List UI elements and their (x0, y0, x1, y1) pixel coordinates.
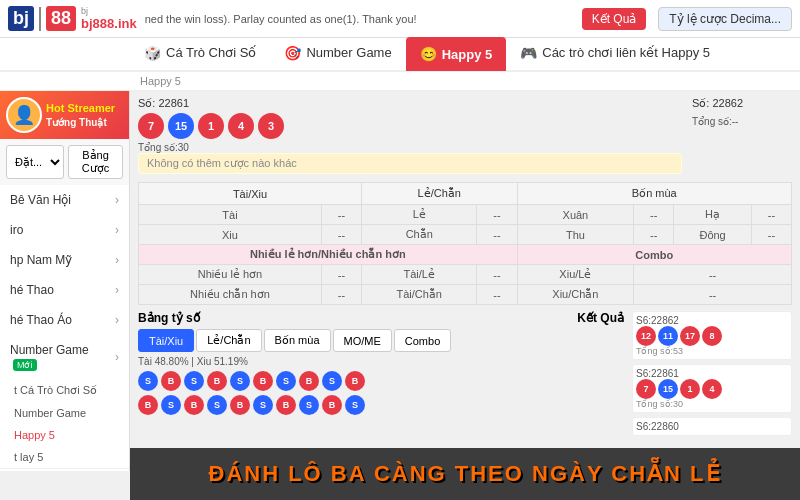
thu-value: -- (634, 225, 674, 245)
odds-button[interactable]: Tỷ lệ cược Decima... (658, 7, 792, 31)
sidebar-item-number-game[interactable]: Number Game Mới › (0, 335, 129, 379)
ball-4: 4 (228, 113, 254, 139)
combo-header: Combo (517, 245, 791, 265)
ratio-ball: B (230, 395, 250, 415)
game-total-current: Tổng số:30 (138, 142, 682, 153)
result-meta: S6:22861 7 15 1 4 Tổng số:30 (636, 368, 722, 409)
ratio-ball: S (253, 395, 273, 415)
result-ball: 1 (680, 379, 700, 399)
streamer-hot: Hot Streamer (46, 101, 115, 115)
result-title: Kết Quả (577, 311, 624, 325)
bet-dropdown[interactable]: Đặt... (6, 145, 64, 179)
ratio-title: Bảng tỷ số (138, 311, 200, 325)
ratio-ball: B (299, 371, 319, 391)
game-info-next: Số: 22862 Tổng số:-- (692, 97, 792, 127)
sidebar-item-hp-nam-my[interactable]: hp Nam Mỹ › (0, 245, 129, 275)
gamepad-icon: 🎮 (520, 45, 537, 61)
logo-divider (39, 7, 41, 31)
tab-label: Number Game (306, 45, 391, 60)
tai-chan-value: -- (477, 285, 517, 305)
notice-bar: ned the win loss). Parlay counted as one… (145, 13, 574, 25)
result-id: S6:22860 (636, 421, 679, 432)
nhieu-le-label: Nhiều lẻ hơn (139, 265, 322, 285)
bet-table: Tài/Xiu Lẻ/Chẵn Bốn mùa Tài -- Lẻ -- Xuâ… (138, 182, 792, 305)
sidebar-topbar: Đặt... Bảng Cược (0, 139, 129, 185)
ratio-tab-tai-xiu[interactable]: Tài/Xiu (138, 329, 194, 352)
result-ball: 7 (636, 379, 656, 399)
result-ball: 4 (702, 379, 722, 399)
xiu-chan-value: -- (634, 285, 792, 305)
tab-ca-tro-choi-so[interactable]: 🎲 Cá Trò Chơi Số (130, 37, 270, 71)
chevron-right-icon: › (115, 253, 119, 267)
thu-label: Thu (517, 225, 634, 245)
tai-label: Tài (139, 205, 322, 225)
ratio-ball: B (253, 371, 273, 391)
ratio-row-2: B S B S B S B S B S (138, 395, 624, 415)
result-ball: 15 (658, 379, 678, 399)
col-header-tai-xiu: Tài/Xiu (139, 183, 362, 205)
sidebar-sub-ca-tro-choi-so[interactable]: t Cá Trò Chơi Số (0, 379, 129, 402)
result-total: Tổng số:30 (636, 399, 722, 409)
sidebar-item-the-thao-ao[interactable]: hé Thao Áo › (0, 305, 129, 335)
ratio-tab-bon-mua[interactable]: Bốn mùa (264, 329, 331, 352)
table-row: Tài -- Lẻ -- Xuân -- Hạ -- (139, 205, 792, 225)
chevron-right-icon: › (115, 283, 119, 297)
tai-value: -- (321, 205, 361, 225)
result-id: S6:22861 (636, 368, 722, 379)
sidebar-item-label: Number Game Mới (10, 343, 115, 371)
ball-1: 1 (198, 113, 224, 139)
section2-header: Nhiều lẻ hơn/Nhiều chẵn hơn (139, 245, 518, 265)
ratio-tab-le-chan[interactable]: Lẻ/Chẵn (196, 329, 261, 352)
game-id-next: Số: 22862 (692, 97, 792, 110)
sidebar-sub-label: t Cá Trò Chơi Số (14, 384, 97, 396)
bets-tab-button[interactable]: Bảng Cược (68, 145, 123, 179)
ratio-tab-combo[interactable]: Combo (394, 329, 451, 352)
ratio-ball: S (345, 395, 365, 415)
result-meta: S6:22862 12 11 17 8 Tổng số:53 (636, 315, 722, 356)
tab-happy5[interactable]: 😊 Happy 5 (406, 37, 507, 71)
logo-88: 88 (46, 6, 76, 31)
sidebar-sub-happy5[interactable]: Happy 5 (0, 424, 129, 446)
ratio-ball: B (207, 371, 227, 391)
xiu-chan-label: Xiu/Chẵn (517, 285, 634, 305)
result-id: S6:22862 (636, 315, 722, 326)
table-row: Xiu -- Chẵn -- Thu -- Đông -- (139, 225, 792, 245)
table-row: Nhiều lẻ hơn -- Tài/Lẻ -- Xiu/Lẻ -- (139, 265, 792, 285)
tab-number-game[interactable]: 🎯 Number Game (270, 37, 405, 71)
dong-value: -- (751, 225, 791, 245)
xiu-le-value: -- (634, 265, 792, 285)
streamer-avatar: 👤 (6, 97, 42, 133)
result-balls: 12 11 17 8 (636, 326, 722, 346)
happy-icon: 😊 (420, 46, 437, 62)
tab-linked-happy5[interactable]: 🎮 Các trò chơi liên kết Happy 5 (506, 37, 724, 71)
ratio-subtitle: Tài 48.80% | Xiu 51.19% (138, 356, 624, 367)
bottom-banner-text: ĐÁNH LÔ BA CÀNG THEO NGÀY CHẴN LẺ (209, 461, 722, 487)
sidebar-sub-number-game[interactable]: Number Game (0, 402, 129, 424)
logo: bj 88 bj bj888.ink (8, 6, 137, 31)
ratio-ball: B (138, 395, 158, 415)
sidebar-item-iro[interactable]: iro › (0, 215, 129, 245)
ratio-results-row: Bảng tỷ số Kết Quả Tài/Xiu Lẻ/Chẵn Bốn m… (138, 311, 792, 440)
sidebar-item-label: iro (10, 223, 23, 237)
ratio-tab-mome[interactable]: MO/ME (333, 329, 392, 352)
sidebar: 👤 Hot Streamer Tướng Thuật Đặt... Bảng C… (0, 91, 130, 471)
sidebar-item-label: hé Thao (10, 283, 54, 297)
col-header-bon-mua: Bốn mùa (517, 183, 791, 205)
game-balls-current: 7 15 1 4 3 (138, 113, 682, 139)
nhieu-chan-value: -- (321, 285, 361, 305)
streamer-banner[interactable]: 👤 Hot Streamer Tướng Thuật (0, 91, 129, 139)
sidebar-sub-lay5[interactable]: t lay 5 (0, 446, 129, 468)
content-area: Số: 22861 7 15 1 4 3 Tổng số:30 Không có… (130, 91, 800, 471)
sidebar-item-the-thao[interactable]: hé Thao › (0, 275, 129, 305)
le-label: Lẻ (362, 205, 477, 225)
main-layout: 👤 Hot Streamer Tướng Thuật Đặt... Bảng C… (0, 91, 800, 471)
dice-icon: 🎲 (144, 45, 161, 61)
sidebar-item-be-van-hoi[interactable]: Bê Văn Hội › (0, 185, 129, 215)
bottom-banner: ĐÁNH LÔ BA CÀNG THEO NGÀY CHẴN LẺ (130, 448, 800, 500)
new-badge: Mới (13, 359, 37, 371)
xiu-le-label: Xiu/Lẻ (517, 265, 634, 285)
ratio-ball: S (184, 371, 204, 391)
logo-url: bj888.ink (81, 16, 137, 31)
result-button[interactable]: Kết Quả (582, 8, 647, 30)
sidebar-sub-label: Happy 5 (14, 429, 55, 441)
